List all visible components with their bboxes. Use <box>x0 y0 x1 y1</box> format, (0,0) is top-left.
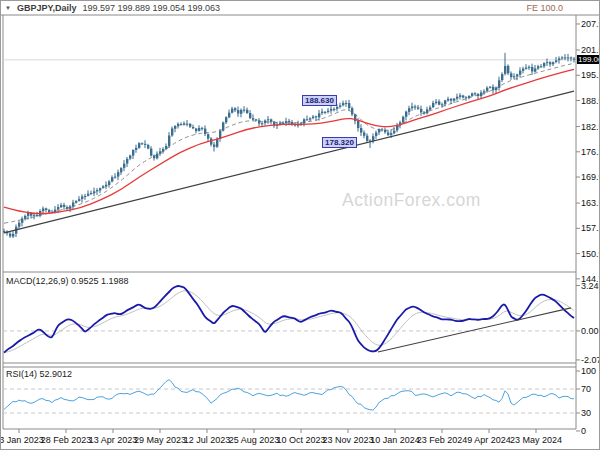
dashed-ma-line <box>4 63 574 223</box>
candles <box>3 53 575 238</box>
date-axis-label: 12 Jul 2023 <box>184 436 231 445</box>
date-axis-label: 13 Apr 2023 <box>89 436 138 445</box>
date-axis-label: 23 May 2024 <box>510 436 562 445</box>
price-axis-label: 182.510 <box>581 123 600 132</box>
date-axis-label: 13 Jan 2023 <box>0 436 44 445</box>
ema-line <box>4 69 574 213</box>
date-axis-label: 10 Oct 2023 <box>276 436 325 445</box>
macd-indicator-values: 0.9525 1.1988 <box>71 276 129 286</box>
current-price-label: 199.063 <box>577 55 600 64</box>
fib-expansion-label: FE 100.0 <box>526 3 563 13</box>
macd-axis-label: 3.2456 <box>581 282 600 291</box>
rsi-indicator-value: 52.9012 <box>40 369 73 379</box>
macd-label-row: MACD(12,26,9) 0.9525 1.1988 <box>6 276 129 286</box>
price-axis-label: 157.240 <box>581 224 600 233</box>
macd-axis-label: -2.0701 <box>581 356 600 365</box>
price-axis-label: 195.240 <box>581 71 600 80</box>
price-axis-label: 188.970 <box>581 97 600 106</box>
rsi-axis-label: 30 <box>581 409 591 418</box>
rsi-axis-label: 100 <box>581 367 596 376</box>
title-bar: ▼ GBPJPY,Daily 199.597 199.889 199.054 1… <box>1 1 600 15</box>
rsi-line <box>4 380 574 410</box>
rsi-label-row: RSI(14) 52.9012 <box>6 369 72 379</box>
rsi-axis-label: 0 <box>581 427 586 436</box>
price-axis-label: 163.510 <box>581 199 600 208</box>
support-level-annotation[interactable]: 178.320 <box>322 137 357 148</box>
ohlc-values: 199.597 199.889 199.054 199.063 <box>82 3 220 13</box>
macd-axis-label: 0.00 <box>581 327 599 336</box>
rsi-indicator-name: RSI(14) <box>6 369 37 379</box>
date-axis-label: 23 Feb 2024 <box>417 436 468 445</box>
date-axis-label: 29 May 2023 <box>134 436 186 445</box>
date-axis-label: 10 Jan 2024 <box>370 436 420 445</box>
price-axis-label: 176.240 <box>581 148 600 157</box>
symbol-timeframe-label: GBPJPY,Daily <box>17 3 77 13</box>
macd-trendline <box>378 308 571 352</box>
price-axis-label: 207.970 <box>581 20 600 29</box>
date-axis-label: 9 Apr 2024 <box>467 436 511 445</box>
macd-signal-line <box>4 291 574 353</box>
date-axis-label: 28 Feb 2023 <box>41 436 92 445</box>
rsi-axis-label: 70 <box>581 385 591 394</box>
price-trendline <box>4 91 574 233</box>
collapse-triangle-icon[interactable]: ▼ <box>5 1 11 15</box>
price-axis-label: 150.970 <box>581 250 600 259</box>
date-axis-label: 25 Aug 2023 <box>229 436 280 445</box>
resistance-level-annotation[interactable]: 188.630 <box>302 95 337 106</box>
price-axis-label: 169.970 <box>581 173 600 182</box>
chart-canvas[interactable] <box>1 1 600 450</box>
chart-window: ActionForex.com ▼ GBPJPY,Daily 199.597 1… <box>0 0 600 450</box>
date-axis-label: 23 Nov 2023 <box>322 436 373 445</box>
macd-indicator-name: MACD(12,26,9) <box>6 276 69 286</box>
price-axis-label: 201.510 <box>581 46 600 55</box>
